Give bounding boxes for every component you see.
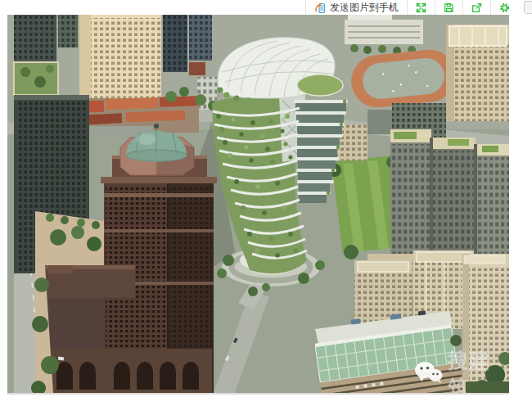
toolbar: 发送图片到手机 — [0, 0, 532, 15]
fullscreen-button[interactable] — [407, 0, 435, 15]
panel-edge-button[interactable] — [524, 1, 532, 14]
settings-button[interactable] — [490, 0, 518, 15]
save-icon — [444, 2, 454, 13]
fullscreen-icon — [416, 2, 426, 13]
send-to-phone-icon — [314, 2, 327, 14]
settings-icon — [499, 2, 510, 13]
image-viewer-window: 发送图片到手机 — [0, 0, 532, 406]
send-to-phone-label: 发送图片到手机 — [330, 0, 399, 15]
aerial-photo[interactable]: 搜建筑 — [7, 15, 509, 395]
aerial-photo-graphic — [7, 15, 509, 393]
save-button[interactable] — [435, 0, 462, 15]
share-button[interactable] — [462, 0, 490, 15]
send-to-phone-button[interactable]: 发送图片到手机 — [305, 0, 407, 15]
share-icon — [471, 2, 482, 13]
